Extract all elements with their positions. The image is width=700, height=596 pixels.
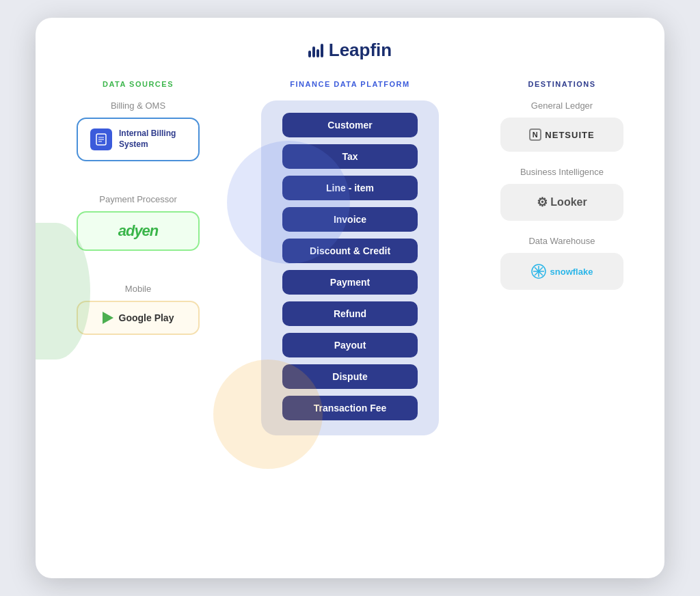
google-play-box[interactable]: Google Play [77, 301, 200, 335]
mobile-label: Mobile [125, 284, 151, 294]
payout-button[interactable]: Payout [282, 333, 418, 357]
snowflake-name: snowflake [550, 267, 593, 277]
refund-button[interactable]: Refund [282, 301, 418, 326]
logo-bar-1 [308, 51, 311, 57]
general-ledger-group: General Ledger N NETSUITE [487, 100, 637, 152]
transaction-fee-button[interactable]: Transaction Fee [282, 396, 418, 420]
netsuite-logo: N NETSUITE [529, 128, 594, 141]
line-item-button[interactable]: Line - item [282, 176, 418, 200]
netsuite-box[interactable]: N NETSUITE [500, 118, 623, 152]
looker-box[interactable]: ⚙ Looker [500, 184, 623, 221]
logo-bar-4 [321, 44, 323, 57]
netsuite-name: NETSUITE [545, 130, 594, 140]
columns-layout: DATA SOURCES Billing & OMS Internal Bill… [63, 80, 637, 435]
internal-billing-box[interactable]: Internal Billing System [77, 118, 200, 161]
dw-group: Data Warehouse snowflake [487, 236, 637, 290]
billing-oms-label: Billing & OMS [111, 100, 165, 111]
google-play-name: Google Play [119, 312, 174, 323]
looker-name: Looker [550, 196, 587, 208]
adyen-box[interactable]: adyen [77, 211, 200, 251]
logo-bar-3 [317, 49, 319, 57]
billing-oms-group: Billing & OMS Internal Billing System [63, 100, 213, 180]
bi-group: Business Intelligence ⚙ Looker [487, 167, 637, 221]
logo-text: Leapfin [329, 40, 392, 61]
tax-button[interactable]: Tax [282, 144, 418, 169]
netsuite-n-icon: N [529, 128, 541, 141]
dispute-button[interactable]: Dispute [282, 364, 418, 389]
finance-platform-column: FINANCE DATA PLATFORM Customer Tax Line … [261, 80, 439, 435]
payment-processor-label: Payment Processor [99, 194, 176, 204]
billing-system-name: Internal Billing System [119, 128, 186, 150]
data-sources-header: DATA SOURCES [103, 80, 174, 88]
customer-button[interactable]: Customer [282, 113, 418, 137]
logo-bar-2 [312, 46, 315, 57]
data-sources-column: DATA SOURCES Billing & OMS Internal Bill… [63, 80, 213, 368]
snowflake-box[interactable]: snowflake [500, 253, 623, 290]
dw-label: Data Warehouse [528, 236, 595, 246]
discount-credit-button[interactable]: Discount & Credit [282, 239, 418, 263]
adyen-name: adyen [118, 222, 159, 240]
logo-bars-icon [308, 44, 323, 57]
destinations-header: DESTINATIONS [528, 80, 595, 88]
main-card: Leapfin DATA SOURCES Billing & OMS [36, 18, 664, 578]
mobile-group: Mobile Google Play [63, 284, 213, 354]
looker-logo: ⚙ Looker [537, 195, 587, 210]
payment-processor-group: Payment Processor adyen [63, 194, 213, 270]
logo: Leapfin [308, 40, 392, 61]
bi-label: Business Intelligence [520, 167, 604, 177]
snowflake-icon [531, 264, 546, 279]
finance-platform-header: FINANCE DATA PLATFORM [290, 80, 409, 88]
billing-icon [90, 128, 112, 150]
header: Leapfin [63, 40, 637, 64]
google-play-icon [103, 312, 113, 324]
general-ledger-label: General Ledger [531, 100, 593, 111]
snowflake-logo: snowflake [531, 264, 593, 279]
destinations-column: DESTINATIONS General Ledger N NETSUITE B… [487, 80, 637, 305]
invoice-button[interactable]: Invoice [282, 207, 418, 232]
looker-icon: ⚙ [537, 195, 548, 210]
platform-panel: Customer Tax Line - item Invoice Discoun… [261, 100, 439, 435]
payment-button[interactable]: Payment [282, 270, 418, 295]
